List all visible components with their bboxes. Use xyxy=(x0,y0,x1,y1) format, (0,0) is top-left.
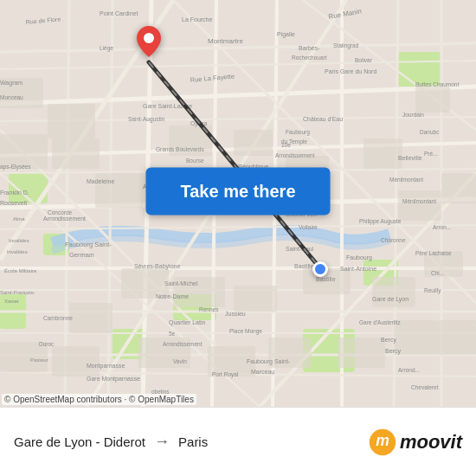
svg-text:Reuilly: Reuilly xyxy=(424,287,441,294)
svg-point-154 xyxy=(144,33,154,43)
svg-text:Bastille: Bastille xyxy=(294,263,314,269)
svg-text:Arrondissement: Arrondissement xyxy=(43,215,86,222)
svg-text:Port Royal: Port Royal xyxy=(212,371,239,378)
svg-text:Gare d'Austerlitz: Gare d'Austerlitz xyxy=(359,319,402,325)
svg-text:Sèvres-Babylone: Sèvres-Babylone xyxy=(134,263,180,270)
svg-text:Pré...: Pré... xyxy=(424,151,438,157)
svg-text:Danubc: Danubc xyxy=(420,129,440,135)
svg-text:Invalides: Invalides xyxy=(7,249,28,254)
svg-text:Barbès-: Barbès- xyxy=(299,45,320,51)
svg-text:Bercy: Bercy xyxy=(381,337,396,344)
map-attribution: © OpenStreetMap contributors · © OpenMap… xyxy=(2,394,196,405)
svg-text:Saint-Antoine: Saint-Antoine xyxy=(340,266,376,272)
svg-text:Paris Gare du Nord: Paris Gare du Nord xyxy=(325,68,376,74)
svg-text:Arrondissement: Arrondissement xyxy=(163,341,203,347)
svg-text:Ménilmontant: Ménilmontant xyxy=(389,177,423,183)
svg-text:du Temple: du Temple xyxy=(281,138,307,145)
svg-text:Faubourg: Faubourg xyxy=(286,129,310,136)
svg-text:Germain: Germain xyxy=(69,251,94,259)
svg-rect-64 xyxy=(441,173,476,203)
svg-text:5e: 5e xyxy=(169,331,176,337)
take-me-there-button[interactable]: Take me there xyxy=(145,167,330,215)
svg-text:Bourse: Bourse xyxy=(186,158,204,164)
svg-text:Notre-Dame: Notre-Dame xyxy=(156,293,189,299)
svg-rect-49 xyxy=(372,277,415,307)
svg-text:Chi...: Chi... xyxy=(431,270,444,276)
svg-text:aps-Elysées: aps-Elysées xyxy=(0,164,31,170)
svg-text:Montmartre: Montmartre xyxy=(208,37,243,45)
svg-text:Bastille: Bastille xyxy=(316,276,336,282)
svg-text:Gare de Lyon: Gare de Lyon xyxy=(372,296,408,303)
map-container: Rue Manin Rue de Flore Rue La Fayette Ma… xyxy=(0,0,476,407)
origin-marker xyxy=(312,261,328,277)
svg-text:Voltaire: Voltaire xyxy=(299,224,318,230)
svg-text:Vavin: Vavin xyxy=(173,358,187,364)
svg-text:Grands Boulevards: Grands Boulevards xyxy=(156,146,204,152)
svg-text:Faubourg Saint-: Faubourg Saint- xyxy=(247,358,291,365)
svg-text:Stalingrad: Stalingrad xyxy=(333,42,359,49)
svg-text:Rochechouart: Rochechouart xyxy=(292,55,327,61)
footer-origin: Gare de Lyon - Diderot xyxy=(14,434,145,449)
svg-text:La Fourche: La Fourche xyxy=(182,16,213,23)
svg-text:Buttes Chaumont: Buttes Chaumont xyxy=(415,81,459,87)
svg-text:Père Lachaise: Père Lachaise xyxy=(415,250,452,256)
svg-text:Point Cardinet: Point Cardinet xyxy=(100,10,138,16)
svg-rect-44 xyxy=(48,104,95,138)
svg-text:Saint-Michel: Saint-Michel xyxy=(164,280,198,286)
svg-text:Montparnasse: Montparnasse xyxy=(87,363,125,370)
svg-text:Quartier Latin: Quartier Latin xyxy=(169,319,206,326)
svg-rect-39 xyxy=(234,130,273,156)
svg-text:Cambronne: Cambronne xyxy=(43,315,73,321)
svg-text:Ménilmontant: Ménilmontant xyxy=(402,198,436,204)
svg-text:Liège: Liège xyxy=(100,45,113,52)
svg-text:Jussieu: Jussieu xyxy=(225,311,246,317)
svg-text:Saint-François-: Saint-François- xyxy=(0,290,35,295)
svg-text:Roosevelt: Roosevelt xyxy=(0,200,27,206)
svg-rect-60 xyxy=(437,320,476,355)
svg-text:Château d'Eau: Château d'Eau xyxy=(303,116,343,122)
footer-arrow-icon: → xyxy=(154,433,170,451)
svg-rect-51 xyxy=(69,303,113,333)
svg-text:Concorde: Concorde xyxy=(48,209,73,215)
svg-rect-42 xyxy=(363,138,402,169)
svg-text:Monceau: Monceau xyxy=(0,94,23,100)
svg-text:Marceau: Marceau xyxy=(251,369,274,375)
svg-text:Place Monge: Place Monge xyxy=(229,328,262,335)
svg-text:Jourdain: Jourdain xyxy=(402,112,424,118)
moovit-logo-icon: m xyxy=(369,428,396,456)
svg-text:Arrondissement: Arrondissement xyxy=(275,152,315,158)
footer: Gare de Lyon - Diderot → Paris m moovit xyxy=(0,407,476,476)
svg-text:Bercy: Bercy xyxy=(385,348,401,355)
svg-text:Belleville: Belleville xyxy=(398,155,422,161)
svg-text:Bolivar: Bolivar xyxy=(355,57,373,63)
svg-rect-56 xyxy=(338,338,385,368)
svg-text:Duroc: Duroc xyxy=(39,341,55,347)
svg-text:Rennes: Rennes xyxy=(199,306,219,312)
svg-rect-43 xyxy=(415,87,450,113)
svg-text:Gare Montparnasse: Gare Montparnasse xyxy=(87,376,140,383)
svg-text:m: m xyxy=(376,431,389,448)
svg-text:Charonne: Charonne xyxy=(381,237,406,243)
svg-rect-58 xyxy=(52,346,100,376)
svg-text:Pasteur: Pasteur xyxy=(30,357,48,363)
svg-text:Philippe Auguste: Philippe Auguste xyxy=(359,218,402,225)
svg-text:Xavier: Xavier xyxy=(4,299,19,304)
svg-rect-63 xyxy=(398,190,441,221)
svg-text:Arrond...: Arrond... xyxy=(398,367,420,373)
svg-text:Arron...: Arron... xyxy=(433,224,452,230)
svg-rect-47 xyxy=(234,286,277,312)
svg-text:Faubourg Saint-: Faubourg Saint- xyxy=(65,241,112,248)
svg-text:Madeleine: Madeleine xyxy=(87,178,114,184)
moovit-logo: m moovit xyxy=(369,428,462,456)
svg-text:École Militaire: École Militaire xyxy=(4,268,37,273)
svg-text:Faubourg: Faubourg xyxy=(346,254,372,261)
destination-marker xyxy=(137,26,161,61)
svg-rect-61 xyxy=(52,138,100,169)
svg-text:Wagram: Wagram xyxy=(0,80,23,87)
footer-destination: Paris xyxy=(178,434,208,449)
svg-text:Invalides: Invalides xyxy=(9,238,29,243)
svg-text:Franklin D.: Franklin D. xyxy=(0,190,29,196)
svg-text:Pigalle: Pigalle xyxy=(277,31,295,38)
svg-text:Chevaleret: Chevaleret xyxy=(411,384,439,390)
footer-route: Gare de Lyon - Diderot → Paris xyxy=(14,433,369,451)
